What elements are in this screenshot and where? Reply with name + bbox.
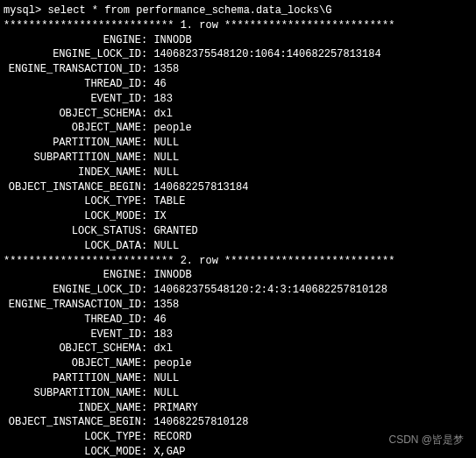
field-row: ENGINE_TRANSACTION_ID: 1358 — [4, 298, 472, 313]
field-label: ENGINE_LOCK_ID — [4, 283, 141, 298]
field-label: SUBPARTITION_NAME — [4, 151, 141, 166]
field-label: LOCK_MODE — [4, 445, 141, 458]
field-value: 140682257810128 — [153, 415, 248, 430]
field-label: SUBPARTITION_NAME — [4, 386, 141, 401]
field-value: INNODB — [153, 33, 191, 48]
field-separator: : — [141, 356, 153, 371]
field-value: people — [153, 356, 191, 371]
field-value: NULL — [153, 371, 179, 386]
field-separator: : — [141, 136, 153, 151]
field-value: 1358 — [153, 62, 179, 77]
field-value: IX — [153, 209, 166, 224]
field-row: OBJECT_INSTANCE_BEGIN: 140682257813184 — [4, 180, 472, 195]
field-separator: : — [141, 371, 153, 386]
field-separator: : — [141, 180, 153, 195]
field-row: OBJECT_NAME: people — [4, 356, 472, 371]
field-value: TABLE — [153, 194, 185, 209]
field-separator: : — [141, 445, 153, 458]
field-row: OBJECT_NAME: people — [4, 121, 472, 136]
field-value: 46 — [153, 77, 166, 92]
watermark: CSDN @皆是梦 — [388, 433, 464, 447]
field-value: PRIMARY — [153, 401, 197, 416]
field-label: LOCK_TYPE — [4, 430, 141, 445]
field-separator: : — [141, 268, 153, 283]
field-row: EVENT_ID: 183 — [4, 328, 472, 342]
field-value: 140682375548120:2:4:3:140682257810128 — [153, 283, 387, 298]
mysql-terminal: mysql> select * from performance_schema.… — [4, 4, 472, 458]
field-value: NULL — [153, 386, 179, 401]
field-separator: : — [141, 415, 153, 430]
field-label: LOCK_TYPE — [4, 194, 141, 209]
field-separator: : — [141, 283, 153, 298]
field-value: 1358 — [153, 298, 179, 313]
field-label: OBJECT_NAME — [4, 121, 141, 136]
field-value: 183 — [153, 328, 173, 342]
field-separator: : — [141, 62, 153, 77]
field-label: OBJECT_NAME — [4, 356, 141, 371]
field-row: ENGINE_TRANSACTION_ID: 1358 — [4, 62, 472, 77]
field-label: PARTITION_NAME — [4, 371, 141, 386]
field-value: dxl — [153, 342, 173, 356]
field-row: THREAD_ID: 46 — [4, 77, 472, 92]
field-separator: : — [141, 401, 153, 416]
field-row: LOCK_DATA: NULL — [4, 239, 472, 254]
field-separator: : — [141, 33, 153, 48]
field-label: EVENT_ID — [4, 92, 141, 107]
field-value: GRANTED — [153, 224, 197, 239]
field-separator: : — [141, 194, 153, 209]
field-value: dxl — [153, 107, 173, 122]
field-label: ENGINE_TRANSACTION_ID — [4, 298, 141, 313]
field-separator: : — [141, 151, 153, 166]
field-separator: : — [141, 224, 153, 239]
field-row: THREAD_ID: 46 — [4, 313, 472, 328]
field-row: ENGINE: INNODB — [4, 33, 472, 48]
field-value: people — [153, 121, 191, 136]
field-separator: : — [141, 239, 153, 254]
field-label: LOCK_MODE — [4, 209, 141, 224]
field-value: RECORD — [153, 430, 191, 445]
field-separator: : — [141, 209, 153, 224]
field-value: 140682375548120:1064:140682257813184 — [153, 47, 380, 62]
field-label: THREAD_ID — [4, 313, 141, 328]
field-separator: : — [141, 166, 153, 180]
field-label: EVENT_ID — [4, 328, 141, 342]
field-label: ENGINE_TRANSACTION_ID — [4, 62, 141, 77]
field-row: LOCK_STATUS: GRANTED — [4, 224, 472, 239]
field-value: NULL — [153, 136, 179, 151]
field-value: NULL — [153, 166, 179, 180]
field-value: NULL — [153, 239, 179, 254]
field-label: OBJECT_SCHEMA — [4, 342, 141, 356]
field-row: ENGINE: INNODB — [4, 268, 472, 283]
field-separator: : — [141, 298, 153, 313]
field-separator: : — [141, 77, 153, 92]
field-label: INDEX_NAME — [4, 166, 141, 180]
field-row: PARTITION_NAME: NULL — [4, 136, 472, 151]
field-row: LOCK_MODE: IX — [4, 209, 472, 224]
field-value: 183 — [153, 92, 173, 107]
field-label: ENGINE — [4, 33, 141, 48]
field-label: OBJECT_SCHEMA — [4, 107, 141, 122]
field-label: PARTITION_NAME — [4, 136, 141, 151]
field-separator: : — [141, 121, 153, 136]
sql-prompt[interactable]: mysql> select * from performance_schema.… — [4, 4, 472, 18]
field-separator: : — [141, 313, 153, 328]
field-label: OBJECT_INSTANCE_BEGIN — [4, 415, 141, 430]
field-label: INDEX_NAME — [4, 401, 141, 416]
field-value: INNODB — [153, 268, 191, 283]
field-value: 140682257813184 — [153, 180, 248, 195]
field-row: OBJECT_SCHEMA: dxl — [4, 107, 472, 122]
field-row: OBJECT_SCHEMA: dxl — [4, 342, 472, 356]
field-label: LOCK_DATA — [4, 239, 141, 254]
field-row: INDEX_NAME: PRIMARY — [4, 401, 472, 416]
field-separator: : — [141, 47, 153, 62]
field-row: SUBPARTITION_NAME: NULL — [4, 151, 472, 166]
row-separator: *************************** 2. row *****… — [4, 254, 472, 269]
field-separator: : — [141, 328, 153, 342]
field-label: ENGINE — [4, 268, 141, 283]
row-separator: *************************** 1. row *****… — [4, 18, 472, 33]
field-row: SUBPARTITION_NAME: NULL — [4, 386, 472, 401]
field-row: ENGINE_LOCK_ID: 140682375548120:2:4:3:14… — [4, 283, 472, 298]
field-row: OBJECT_INSTANCE_BEGIN: 140682257810128 — [4, 415, 472, 430]
field-value: NULL — [153, 151, 179, 166]
field-separator: : — [141, 430, 153, 445]
